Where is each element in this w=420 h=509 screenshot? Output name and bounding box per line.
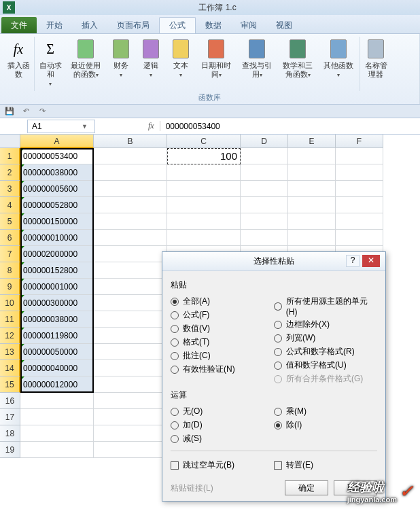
radio-all[interactable]: 全部(A)	[171, 296, 274, 307]
cell[interactable]	[20, 425, 94, 442]
ok-button[interactable]: 确定	[285, 480, 328, 495]
cell[interactable]: 000000001000	[20, 279, 94, 295]
cell[interactable]: 000000012000	[20, 376, 94, 393]
save-icon[interactable]: 💾	[4, 106, 15, 117]
cell[interactable]	[241, 148, 288, 164]
row-header[interactable]: 10	[0, 295, 20, 311]
cell[interactable]	[336, 230, 383, 246]
cell[interactable]	[167, 164, 241, 181]
row-header[interactable]: 19	[0, 442, 20, 458]
undo-icon[interactable]: ↶	[20, 106, 31, 117]
cell[interactable]: 100	[167, 148, 241, 164]
cell[interactable]	[288, 213, 336, 230]
cell[interactable]	[94, 376, 167, 393]
row-header[interactable]: 4	[0, 197, 20, 213]
cell[interactable]	[167, 213, 241, 230]
row-header[interactable]: 16	[0, 393, 20, 409]
cell[interactable]	[94, 246, 167, 262]
cell[interactable]	[241, 213, 288, 230]
tab-formula[interactable]: 公式	[159, 17, 196, 33]
row-header[interactable]: 8	[0, 262, 20, 279]
formula-input[interactable]: 000000053400	[160, 122, 420, 131]
cell[interactable]: 000000050000	[20, 344, 94, 360]
cell[interactable]: 000000005600	[20, 181, 94, 197]
cell[interactable]	[94, 425, 167, 442]
datetime-button[interactable]: 日期和时间▾	[196, 37, 236, 81]
cell[interactable]	[336, 148, 383, 164]
redo-icon[interactable]: ↷	[37, 106, 48, 117]
check-skip-blanks[interactable]: 跳过空单元(B)	[171, 459, 274, 471]
cell[interactable]: 000000040000	[20, 360, 94, 376]
logical-button[interactable]: 逻辑▾	[137, 37, 165, 81]
radio-noborder[interactable]: 边框除外(X)	[274, 319, 377, 330]
cell[interactable]	[336, 213, 383, 230]
col-header-f[interactable]: F	[336, 135, 383, 148]
check-transpose[interactable]: 转置(E)	[274, 459, 377, 471]
row-header[interactable]: 2	[0, 164, 20, 181]
cell[interactable]	[288, 181, 336, 197]
radio-colwidth[interactable]: 列宽(W)	[274, 332, 377, 344]
cell[interactable]: 000000038000	[20, 164, 94, 181]
lookup-button[interactable]: 查找与引用▾	[237, 37, 277, 81]
cell[interactable]	[288, 230, 336, 246]
cell[interactable]	[94, 213, 167, 230]
radio-validation[interactable]: 有效性验证(N)	[171, 364, 274, 375]
cell[interactable]	[241, 164, 288, 181]
radio-add[interactable]: 加(D)	[171, 419, 274, 431]
cell[interactable]	[288, 164, 336, 181]
name-manager-button[interactable]: 名称管理器	[362, 37, 390, 80]
row-header[interactable]: 3	[0, 181, 20, 197]
row-header[interactable]: 15	[0, 376, 20, 393]
cell[interactable]	[288, 197, 336, 213]
close-button[interactable]: ✕	[362, 255, 380, 267]
tab-data[interactable]: 数据	[196, 17, 231, 33]
radio-formnum[interactable]: 公式和数字格式(R)	[274, 346, 377, 357]
row-header[interactable]: 12	[0, 328, 20, 344]
cell[interactable]: 000000053400	[20, 148, 94, 164]
cell[interactable]	[94, 328, 167, 344]
col-header-b[interactable]: B	[94, 135, 167, 148]
cell[interactable]: 000000152800	[20, 262, 94, 279]
tab-review[interactable]: 审阅	[231, 17, 266, 33]
cell[interactable]	[94, 279, 167, 295]
cell[interactable]	[336, 181, 383, 197]
cell[interactable]	[94, 148, 167, 164]
cell[interactable]	[167, 197, 241, 213]
radio-valnum[interactable]: 值和数字格式(U)	[274, 359, 377, 371]
cell[interactable]	[167, 181, 241, 197]
cell[interactable]	[20, 442, 94, 458]
radio-comments[interactable]: 批注(C)	[171, 350, 274, 362]
cell[interactable]	[20, 409, 94, 425]
help-button[interactable]: ?	[346, 255, 360, 267]
row-header[interactable]: 5	[0, 213, 20, 230]
radio-div[interactable]: 除(I)	[274, 419, 377, 431]
select-all-corner[interactable]	[0, 135, 20, 148]
cell[interactable]	[94, 393, 167, 409]
dropdown-arrow-icon[interactable]: ▼	[79, 123, 90, 130]
cell[interactable]: 000002000000	[20, 246, 94, 262]
radio-formulas[interactable]: 公式(F)	[171, 309, 274, 321]
cell[interactable]	[94, 230, 167, 246]
cell[interactable]	[94, 197, 167, 213]
cell[interactable]: 000000300000	[20, 295, 94, 311]
col-header-c[interactable]: C	[167, 135, 241, 148]
cell[interactable]	[94, 360, 167, 376]
fx-icon[interactable]: fx	[143, 121, 160, 131]
cell[interactable]	[94, 181, 167, 197]
financial-button[interactable]: 财务▾	[107, 37, 135, 81]
row-header[interactable]: 18	[0, 425, 20, 442]
row-header[interactable]: 9	[0, 279, 20, 295]
cell[interactable]: 000000119800	[20, 328, 94, 344]
cell[interactable]	[94, 295, 167, 311]
col-header-d[interactable]: D	[241, 135, 288, 148]
radio-mul[interactable]: 乘(M)	[274, 406, 377, 417]
cell[interactable]: 000000010000	[20, 230, 94, 246]
tab-view[interactable]: 视图	[266, 17, 302, 33]
insert-function-button[interactable]: fx 插入函数	[4, 37, 33, 80]
row-header[interactable]: 7	[0, 246, 20, 262]
cell[interactable]	[94, 262, 167, 279]
radio-none[interactable]: 无(O)	[171, 406, 274, 417]
more-functions-button[interactable]: 其他函数▾	[319, 37, 358, 81]
row-header[interactable]: 13	[0, 344, 20, 360]
cell[interactable]	[94, 409, 167, 425]
